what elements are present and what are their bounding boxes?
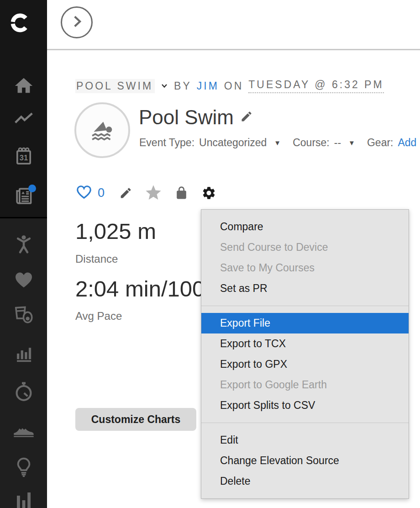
header-divider bbox=[47, 49, 420, 50]
sidebar-item-nutrition[interactable] bbox=[0, 302, 47, 329]
sidebar-item-training[interactable] bbox=[0, 378, 47, 406]
breadcrumb: POOL SWIM BY JIM ON TUESDAY @ 6:32 PM bbox=[75, 79, 384, 93]
glass-avocado-icon bbox=[13, 304, 35, 326]
activity-meta-row: Event Type: Uncategorized ▼ Course: -- ▼… bbox=[139, 137, 416, 149]
settings-gear-icon[interactable] bbox=[201, 185, 216, 201]
sidebar-item-reports[interactable] bbox=[0, 339, 47, 366]
context-menu: CompareSend Course to DeviceSave to My C… bbox=[201, 209, 409, 499]
chevron-right-icon bbox=[69, 14, 84, 31]
menu-item-export-to-google-earth: Export to Google Earth bbox=[201, 375, 409, 395]
avg-pace-label: Avg Pace bbox=[75, 310, 122, 323]
course-dropdown[interactable]: Course: -- ▼ bbox=[293, 137, 355, 149]
caret-down-icon: ▼ bbox=[274, 139, 281, 147]
heart-outline-icon bbox=[75, 183, 93, 202]
activity-page: 31 bbox=[0, 0, 420, 508]
lightbulb-icon bbox=[13, 456, 35, 478]
activity-actions: 0 bbox=[75, 183, 216, 203]
notification-dot bbox=[28, 185, 36, 192]
event-type-label: Event Type: bbox=[139, 137, 194, 149]
context-menu-section: CompareSend Course to DeviceSave to My C… bbox=[201, 210, 409, 306]
activity-title-row: Pool Swim bbox=[139, 106, 253, 128]
owner-link[interactable]: JIM bbox=[197, 80, 219, 92]
chevron-down-icon[interactable] bbox=[160, 81, 169, 90]
sidebar-item-activities[interactable] bbox=[0, 106, 47, 133]
on-label: ON bbox=[224, 80, 244, 92]
stopwatch-icon bbox=[13, 381, 35, 403]
like-button[interactable]: 0 bbox=[75, 183, 105, 202]
garmin-connect-logo-icon[interactable] bbox=[9, 12, 31, 34]
menu-item-set-as-pr[interactable]: Set as PR bbox=[201, 278, 409, 299]
activity-datetime[interactable]: TUESDAY @ 6:32 PM bbox=[248, 79, 383, 93]
activity-type-selector[interactable]: POOL SWIM bbox=[75, 79, 155, 93]
distance-label: Distance bbox=[75, 253, 118, 265]
home-icon bbox=[13, 75, 34, 96]
menu-item-export-to-gpx[interactable]: Export to GPX bbox=[201, 354, 409, 375]
calendar-icon: 31 bbox=[13, 146, 34, 167]
sidebar-item-gear[interactable] bbox=[0, 415, 47, 442]
sidebar-item-insights[interactable] bbox=[0, 453, 47, 481]
sidebar-item-calendar[interactable]: 31 bbox=[0, 143, 47, 170]
sidebar-item-home[interactable] bbox=[0, 72, 47, 100]
menu-item-export-to-tcx[interactable]: Export to TCX bbox=[201, 333, 409, 354]
by-label: BY bbox=[174, 80, 192, 92]
gear-add-link[interactable]: Add bbox=[398, 137, 416, 149]
distance-value: 1,025 m bbox=[75, 218, 156, 244]
event-type-dropdown[interactable]: Event Type: Uncategorized ▼ bbox=[139, 137, 281, 149]
edit-title-pencil-icon[interactable] bbox=[240, 110, 253, 125]
expand-sidebar-button[interactable] bbox=[61, 6, 93, 38]
sidebar-item-challenges[interactable] bbox=[0, 231, 47, 258]
menu-item-save-to-my-courses: Save to My Courses bbox=[201, 258, 409, 278]
caret-down-icon: ▼ bbox=[348, 139, 355, 147]
customize-charts-button[interactable]: Customize Charts bbox=[75, 408, 196, 431]
privacy-lock-icon[interactable] bbox=[174, 186, 189, 200]
sidebar-item-more-stats[interactable] bbox=[0, 490, 47, 508]
menu-item-send-course-to-device: Send Course to Device bbox=[201, 237, 409, 258]
course-label: Course: bbox=[293, 137, 330, 149]
like-count: 0 bbox=[98, 186, 105, 200]
shoe-icon bbox=[12, 417, 35, 440]
menu-item-export-file[interactable]: Export File bbox=[201, 313, 409, 333]
bar-chart-icon bbox=[13, 342, 34, 363]
favorite-star-icon[interactable] bbox=[144, 184, 163, 202]
activity-title: Pool Swim bbox=[139, 106, 234, 128]
heart-icon bbox=[13, 269, 34, 290]
gear-field: Gear: Add bbox=[367, 137, 416, 149]
menu-item-change-elevation-source[interactable]: Change Elevation Source bbox=[201, 450, 409, 471]
gear-label: Gear: bbox=[367, 137, 394, 149]
menu-item-export-splits-to-csv[interactable]: Export Splits to CSV bbox=[201, 395, 409, 416]
bars-icon bbox=[13, 490, 35, 508]
sidebar: 31 bbox=[0, 0, 47, 508]
swimmer-icon bbox=[86, 113, 118, 147]
menu-item-compare[interactable]: Compare bbox=[201, 217, 409, 237]
activity-avatar bbox=[74, 102, 130, 158]
sidebar-item-health-stats[interactable] bbox=[0, 266, 47, 293]
menu-item-edit[interactable]: Edit bbox=[201, 430, 409, 450]
activity-pulse-icon bbox=[14, 110, 34, 130]
context-menu-section: EditChange Elevation SourceDelete bbox=[201, 423, 409, 498]
course-value: -- bbox=[334, 137, 341, 149]
menu-item-delete[interactable]: Delete bbox=[201, 471, 409, 492]
context-menu-section: Export FileExport to TCXExport to GPXExp… bbox=[201, 306, 409, 423]
sidebar-item-news-feed[interactable] bbox=[0, 182, 47, 209]
person-arms-up-icon bbox=[13, 233, 35, 255]
edit-pencil-icon[interactable] bbox=[119, 186, 132, 200]
event-type-value: Uncategorized bbox=[199, 137, 267, 149]
svg-text:31: 31 bbox=[19, 153, 27, 162]
